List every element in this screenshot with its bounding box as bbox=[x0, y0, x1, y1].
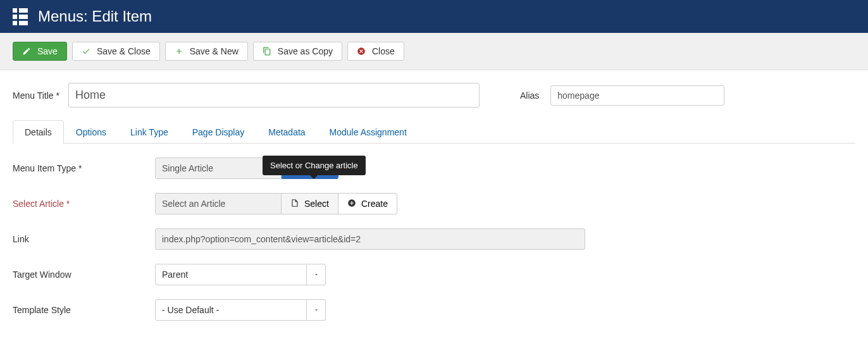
save-new-label: Save & New bbox=[190, 46, 239, 56]
alias-group: Alias bbox=[520, 85, 724, 106]
close-button[interactable]: Close bbox=[347, 42, 404, 61]
plus-circle-icon bbox=[347, 199, 356, 209]
tab-options[interactable]: Options bbox=[64, 120, 118, 144]
save-new-button[interactable]: Save & New bbox=[165, 42, 248, 61]
select-article-tooltip: Select or Change article bbox=[263, 156, 366, 175]
tab-page-display[interactable]: Page Display bbox=[180, 120, 257, 144]
select-article-button-label: Select bbox=[304, 199, 329, 209]
copy-icon bbox=[263, 47, 271, 56]
save-button-label: Save bbox=[37, 46, 58, 56]
select-article-value: Select an Article bbox=[155, 193, 282, 214]
form-area: Menu Title * Alias Details Options Link … bbox=[0, 70, 868, 347]
page-header: Menus: Edit Item bbox=[0, 0, 868, 33]
title-row: Menu Title * Alias bbox=[13, 83, 855, 108]
menu-item-type-label: Menu Item Type * bbox=[13, 163, 155, 173]
tab-link-type[interactable]: Link Type bbox=[118, 120, 180, 144]
target-window-select[interactable]: Parent bbox=[155, 264, 307, 285]
link-value: index.php?option=com_content&view=articl… bbox=[155, 228, 585, 250]
alias-label: Alias bbox=[520, 90, 539, 101]
menu-item-type-row: Menu Item Type * Single Article Select S… bbox=[13, 158, 855, 179]
target-window-row: Target Window Parent bbox=[13, 264, 855, 285]
menu-grid-icon bbox=[13, 8, 28, 25]
select-article-button[interactable]: Select bbox=[282, 193, 338, 214]
cancel-icon bbox=[357, 47, 366, 56]
toolbar: Save Save & Close Save & New Save as Cop… bbox=[0, 33, 868, 70]
plus-icon bbox=[175, 47, 183, 56]
caret-down-icon bbox=[313, 306, 319, 315]
template-style-row: Template Style - Use Default - bbox=[13, 299, 855, 321]
menu-title-label: Menu Title * bbox=[13, 90, 59, 101]
file-icon bbox=[290, 199, 299, 209]
tab-details[interactable]: Details bbox=[13, 120, 64, 144]
template-style-caret[interactable] bbox=[307, 299, 326, 321]
template-style-label: Template Style bbox=[13, 305, 155, 315]
select-article-label: Select Article * bbox=[13, 199, 155, 209]
tab-module-assignment[interactable]: Module Assignment bbox=[318, 120, 419, 144]
target-window-label: Target Window bbox=[13, 269, 155, 280]
link-row: Link index.php?option=com_content&view=a… bbox=[13, 228, 855, 250]
alias-input[interactable] bbox=[550, 85, 724, 106]
save-button[interactable]: Save bbox=[13, 42, 67, 61]
save-close-button[interactable]: Save & Close bbox=[72, 42, 160, 61]
close-label: Close bbox=[372, 46, 395, 56]
target-window-caret[interactable] bbox=[307, 264, 326, 285]
pencil-icon bbox=[22, 47, 31, 56]
create-article-button[interactable]: Create bbox=[338, 193, 397, 214]
create-article-button-label: Create bbox=[361, 199, 388, 209]
menu-title-input[interactable] bbox=[68, 83, 480, 108]
page-title: Menus: Edit Item bbox=[38, 8, 152, 25]
save-close-label: Save & Close bbox=[97, 46, 151, 56]
check-icon bbox=[82, 47, 90, 56]
tabs: Details Options Link Type Page Display M… bbox=[13, 120, 855, 144]
save-copy-label: Save as Copy bbox=[278, 46, 333, 56]
link-label: Link bbox=[13, 234, 155, 244]
caret-down-icon bbox=[313, 270, 319, 280]
select-article-row: Select Article * Select an Article Selec… bbox=[13, 193, 855, 214]
save-copy-button[interactable]: Save as Copy bbox=[253, 42, 342, 61]
template-style-select[interactable]: - Use Default - bbox=[155, 299, 307, 321]
tab-metadata[interactable]: Metadata bbox=[256, 120, 317, 144]
